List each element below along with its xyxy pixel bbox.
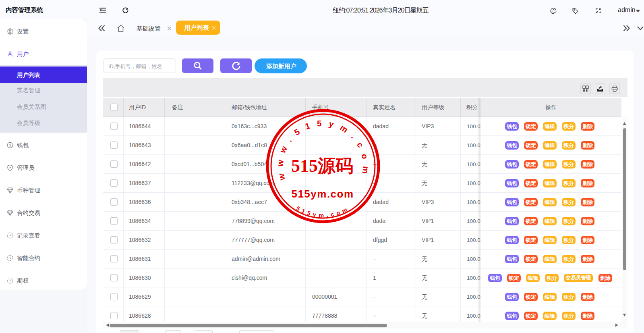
svg-text:515ym.com: 515ym.com	[291, 188, 354, 200]
svg-text:515ym.com: 515ym.com	[295, 205, 351, 219]
svg-text:515源码: 515源码	[291, 156, 353, 176]
